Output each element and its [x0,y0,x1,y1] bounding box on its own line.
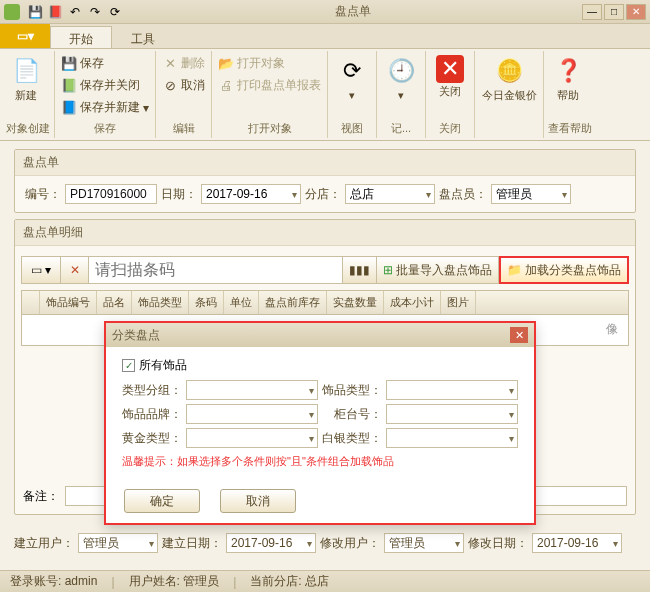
coin-icon: 🪙 [493,55,525,87]
save-close-icon: 📗 [61,78,77,94]
scan-input[interactable] [89,256,343,284]
batch-import-button[interactable]: ⊞批量导入盘点饰品 [377,256,499,284]
checkbox-icon: ✓ [122,359,135,372]
clock-icon: 🕘 [385,55,417,87]
grid-header: 饰品编号 品名 饰品类型 条码 单位 盘点前库存 实盘数量 成本小计 图片 [22,291,628,315]
ghost-text: 像 [606,321,618,338]
cancel-button[interactable]: ⊘取消 [160,75,207,96]
silver-type-input[interactable] [386,428,518,448]
dialog-close-button[interactable]: ✕ [510,327,528,343]
dialog-titlebar: 分类盘点 ✕ [106,323,534,347]
save-new-button[interactable]: 📘保存并新建 ▾ [59,97,151,118]
print-icon: 🖨 [218,78,234,94]
save-new-icon: 📘 [61,100,77,116]
col-barcode[interactable]: 条码 [189,291,224,314]
branch-input[interactable]: 总店 [345,184,435,204]
ribbon: 📄 新建 对象创建 💾保存 📗保存并关闭 📘保存并新建 ▾ 保存 ✕删除 ⊘取消… [0,49,650,141]
save-button[interactable]: 💾保存 [59,53,151,74]
gold-silver-button[interactable]: 🪙今日金银价 [479,53,539,103]
dialog-ok-button[interactable]: 确定 [124,489,200,513]
refresh-icon: ⟳ [336,55,368,87]
delete-icon: ✕ [162,56,178,72]
new-icon: 📄 [10,55,42,87]
new-button[interactable]: 📄 新建 [6,53,46,103]
minimize-button[interactable]: — [582,4,602,20]
checker-input[interactable]: 管理员 [491,184,571,204]
create-date-input[interactable]: 2017-09-16 [226,533,316,553]
close-icon: ✕ [436,55,464,83]
create-user-input[interactable]: 管理员 [78,533,158,553]
print-report-button: 🖨打印盘点单报表 [216,75,323,96]
col-image[interactable]: 图片 [441,291,476,314]
close-object-button[interactable]: ✕关闭 [430,53,470,99]
close-button[interactable]: ✕ [626,4,646,20]
col-before[interactable]: 盘点前库存 [259,291,327,314]
sheet-title: 盘点单 [15,150,635,176]
help-button[interactable]: ❓帮助 [548,53,588,103]
statusbar: 登录账号: admin | 用户姓名: 管理员 | 当前分店: 总店 [0,570,650,592]
save-icon[interactable]: 💾 [26,3,44,21]
brand-input[interactable] [186,404,318,424]
date-label: 日期： [161,186,197,203]
gold-type-input[interactable] [186,428,318,448]
tab-tools[interactable]: 工具 [112,26,174,48]
type-group-input[interactable] [186,380,318,400]
no-label: 编号： [25,186,61,203]
status-user: 管理员 [183,574,219,588]
branch-label: 分店： [305,186,341,203]
save-close-button[interactable]: 📗保存并关闭 [59,75,151,96]
quick-access-toolbar: 💾 📕 ↶ ↷ ⟳ [26,3,124,21]
ribbon-tabs: ▭▾ 开始 工具 [0,24,650,49]
col-no[interactable]: 饰品编号 [40,291,97,314]
date-input[interactable]: 2017-09-16 [201,184,301,204]
titlebar: 💾 📕 ↶ ↷ ⟳ 盘点单 — □ ✕ [0,0,650,24]
detail-title: 盘点单明细 [15,220,635,246]
dialog-cancel-button[interactable]: 取消 [220,489,296,513]
refresh-icon[interactable]: ⟳ [106,3,124,21]
modify-date-input[interactable]: 2017-09-16 [532,533,622,553]
col-type[interactable]: 饰品类型 [132,291,189,314]
note-label: 备注： [23,488,59,505]
col-cost[interactable]: 成本小计 [384,291,441,314]
load-category-button[interactable]: 📁加载分类盘点饰品 [499,256,629,284]
tab-start[interactable]: 开始 [50,26,112,48]
sheet-section: 盘点单 编号： PD170916000 日期： 2017-09-16 分店： 总… [14,149,636,213]
file-menu[interactable]: ▭▾ [0,24,50,48]
save-icon: 💾 [61,56,77,72]
window-controls: — □ ✕ [582,4,646,20]
redo-icon[interactable]: ↷ [86,3,104,21]
open-object-button: 📂打开对象 [216,53,323,74]
prod-type-input[interactable] [386,380,518,400]
undo-icon[interactable]: ↶ [66,3,84,21]
category-dialog: 分类盘点 ✕ ✓ 所有饰品 类型分组： 饰品类型： 饰品品牌： 柜台号： 黄金类… [104,321,536,525]
folder-icon: 📁 [507,263,522,277]
maximize-button[interactable]: □ [604,4,624,20]
modify-user-input[interactable]: 管理员 [384,533,464,553]
cancel-icon: ⊘ [162,78,178,94]
view-button[interactable]: ⟳▾ [332,53,372,103]
clear-button[interactable]: ✕ [61,256,89,284]
dialog-title: 分类盘点 [112,327,160,344]
barcode-button[interactable]: ▮▮▮ [343,256,377,284]
col-actual[interactable]: 实盘数量 [327,291,384,314]
save-close-icon[interactable]: 📕 [46,3,64,21]
window-title: 盘点单 [124,3,582,20]
status-account: admin [65,574,98,588]
all-checkbox[interactable]: ✓ 所有饰品 [122,357,518,374]
col-name[interactable]: 品名 [97,291,132,314]
help-icon: ❓ [552,55,584,87]
log-button[interactable]: 🕘▾ [381,53,421,103]
counter-input[interactable] [386,404,518,424]
table-icon: ⊞ [383,263,393,277]
detail-dropdown[interactable]: ▭ ▾ [21,256,61,284]
status-branch: 总店 [305,574,329,588]
delete-button: ✕删除 [160,53,207,74]
barcode-icon: ▮▮▮ [349,263,370,277]
no-input[interactable]: PD170916000 [65,184,157,204]
chevron-down-icon: ▾ [143,101,149,115]
checker-label: 盘点员： [439,186,487,203]
dialog-warning: 温馨提示：如果选择多个条件则按"且"条件组合加载饰品 [122,454,518,469]
col-unit[interactable]: 单位 [224,291,259,314]
footer-row: 建立用户： 管理员 建立日期： 2017-09-16 修改用户： 管理员 修改日… [0,529,650,557]
app-icon [4,4,20,20]
